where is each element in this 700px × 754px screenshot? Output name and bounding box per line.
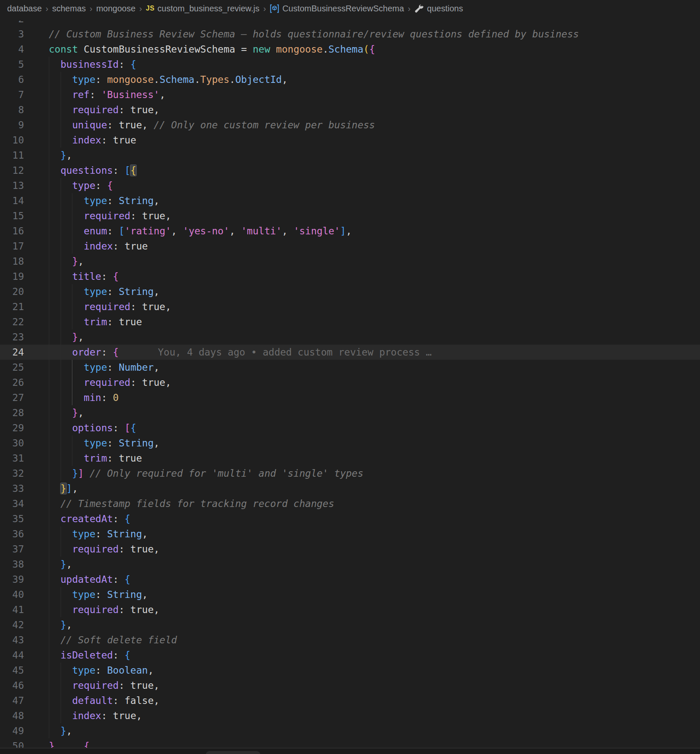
line-number[interactable]: 10	[0, 133, 24, 148]
line-number[interactable]: 27	[0, 390, 24, 405]
code-line-35[interactable]: 35 createdAt: {	[0, 511, 700, 526]
code-line-25[interactable]: 25 type: Number,	[0, 360, 700, 375]
line-number[interactable]: 14	[0, 193, 24, 208]
line-number[interactable]: 48	[0, 708, 24, 723]
line-number[interactable]: 3	[0, 27, 24, 42]
code-line-39[interactable]: 39 updatedAt: {	[0, 572, 700, 587]
line-number[interactable]: 38	[0, 557, 24, 572]
code-line-3[interactable]: 3// Custom Business Review Schema – hold…	[0, 27, 700, 42]
line-number[interactable]: 43	[0, 632, 24, 648]
code-line-12[interactable]: 12 questions: [{	[0, 163, 700, 178]
line-number[interactable]: 40	[0, 587, 24, 602]
line-number[interactable]: 15	[0, 208, 24, 223]
line-number[interactable]: 17	[0, 239, 24, 254]
line-number[interactable]: 25	[0, 360, 24, 375]
line-number[interactable]: 41	[0, 602, 24, 617]
code-line-6[interactable]: 6 type: mongoose.Schema.Types.ObjectId,	[0, 72, 700, 87]
line-number[interactable]: 31	[0, 451, 24, 466]
breadcrumb-item-custombusinessreviewschema[interactable]: CustomBusinessReviewSchema	[270, 4, 404, 13]
breadcrumb-item-database[interactable]: database	[7, 4, 42, 13]
line-number[interactable]: 28	[0, 405, 24, 420]
line-number[interactable]: 4	[0, 42, 24, 57]
line-number[interactable]: 22	[0, 314, 24, 329]
code-line-27[interactable]: 27 min: 0	[0, 390, 700, 405]
code-line-49[interactable]: 49 },	[0, 723, 700, 738]
line-number[interactable]: 45	[0, 663, 24, 678]
code-line-40[interactable]: 40 type: String,	[0, 587, 700, 602]
line-number[interactable]: 33	[0, 481, 24, 496]
code-line-7[interactable]: 7 ref: 'Business',	[0, 87, 700, 102]
code-line-44[interactable]: 44 isDeleted: {	[0, 648, 700, 663]
code-line-22[interactable]: 22 trim: true	[0, 314, 700, 329]
code-line-46[interactable]: 46 required: true,	[0, 678, 700, 693]
breadcrumb-item-questions[interactable]: questions	[414, 4, 463, 13]
line-number[interactable]: 23	[0, 329, 24, 345]
line-number[interactable]: 7	[0, 87, 24, 102]
breadcrumb-item-mongoose[interactable]: mongoose	[96, 4, 135, 13]
code-line-42[interactable]: 42 },	[0, 617, 700, 632]
code-line-4[interactable]: 4const CustomBusinessReviewSchema = new …	[0, 42, 700, 57]
line-number[interactable]: 21	[0, 299, 24, 314]
code-line-17[interactable]: 17 index: true	[0, 239, 700, 254]
code-line-33[interactable]: 33 }],	[0, 481, 700, 496]
line-number[interactable]: 6	[0, 72, 24, 87]
line-number[interactable]: 47	[0, 693, 24, 708]
code-line-24[interactable]: 24 order: {You, 4 days ago • added custo…	[0, 345, 700, 360]
line-number[interactable]: 8	[0, 102, 24, 117]
code-line-21[interactable]: 21 required: true,	[0, 299, 700, 314]
code-line-10[interactable]: 10 index: true	[0, 133, 700, 148]
code-line-45[interactable]: 45 type: Boolean,	[0, 663, 700, 678]
bottom-floating-widget[interactable]	[206, 751, 260, 754]
line-number[interactable]: 11	[0, 148, 24, 163]
code-line-38[interactable]: 38 },	[0, 557, 700, 572]
code-line-15[interactable]: 15 required: true,	[0, 208, 700, 223]
git-blame-annotation[interactable]: You, 4 days ago • added custom review pr…	[158, 347, 432, 358]
code-line-36[interactable]: 36 type: String,	[0, 526, 700, 542]
code-line-47[interactable]: 47 default: false,	[0, 693, 700, 708]
code-line-28[interactable]: 28 },	[0, 405, 700, 420]
line-number[interactable]: 44	[0, 648, 24, 663]
code-line-13[interactable]: 13 type: {	[0, 178, 700, 193]
line-number[interactable]: 18	[0, 254, 24, 269]
breadcrumb-item-custom-business-review-js[interactable]: JScustom_business_review.js	[146, 4, 260, 13]
code-line-14[interactable]: 14 type: String,	[0, 193, 700, 208]
line-number[interactable]: 39	[0, 572, 24, 587]
line-number[interactable]: 9	[0, 117, 24, 133]
line-number[interactable]: 30	[0, 435, 24, 451]
code-line-29[interactable]: 29 options: [{	[0, 420, 700, 435]
code-line-43[interactable]: 43 // Soft delete field	[0, 632, 700, 648]
code-line-26[interactable]: 26 required: true,	[0, 375, 700, 390]
code-line-18[interactable]: 18 },	[0, 254, 700, 269]
code-line-30[interactable]: 30 type: String,	[0, 435, 700, 451]
line-number[interactable]: 36	[0, 526, 24, 542]
code-line-16[interactable]: 16 enum: ['rating', 'yes-no', 'multi', '…	[0, 223, 700, 239]
code-line-20[interactable]: 20 type: String,	[0, 284, 700, 299]
line-number[interactable]: 19	[0, 269, 24, 284]
line-number[interactable]: 29	[0, 420, 24, 435]
line-number[interactable]: 20	[0, 284, 24, 299]
code-line-41[interactable]: 41 required: true,	[0, 602, 700, 617]
code-line-5[interactable]: 5 businessId: {	[0, 57, 700, 72]
code-line-23[interactable]: 23 },	[0, 329, 700, 345]
line-number[interactable]: 24	[0, 345, 24, 360]
code-line-31[interactable]: 31 trim: true	[0, 451, 700, 466]
line-number[interactable]: 34	[0, 496, 24, 511]
line-number[interactable]: 32	[0, 466, 24, 481]
code-line-9[interactable]: 9 unique: true, // Only one custom revie…	[0, 117, 700, 133]
line-number[interactable]: 5	[0, 57, 24, 72]
line-number[interactable]: 16	[0, 223, 24, 239]
code-line-32[interactable]: 32 }] // Only required for 'multi' and '…	[0, 466, 700, 481]
line-number[interactable]: 13	[0, 178, 24, 193]
line-number[interactable]: 26	[0, 375, 24, 390]
line-number[interactable]: 46	[0, 678, 24, 693]
code-line-37[interactable]: 37 required: true,	[0, 542, 700, 557]
line-number[interactable]: 12	[0, 163, 24, 178]
breadcrumb-item-schemas[interactable]: schemas	[52, 4, 86, 13]
code-line-8[interactable]: 8 required: true,	[0, 102, 700, 117]
line-number[interactable]: 42	[0, 617, 24, 632]
code-line-11[interactable]: 11 },	[0, 148, 700, 163]
code-line-48[interactable]: 48 index: true,	[0, 708, 700, 723]
code-line-19[interactable]: 19 title: {	[0, 269, 700, 284]
code-line-34[interactable]: 34 // Timestamp fields for tracking reco…	[0, 496, 700, 511]
line-number[interactable]: 37	[0, 542, 24, 557]
